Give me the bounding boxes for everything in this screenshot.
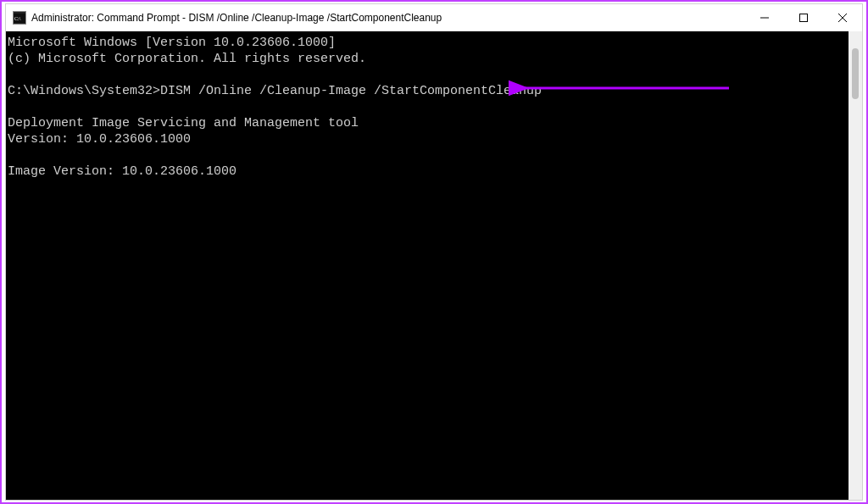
terminal-container: Microsoft Windows [Version 10.0.23606.10…: [6, 31, 862, 500]
terminal-line: Version: 10.0.23606.1000: [8, 131, 847, 147]
minimize-icon: [760, 14, 769, 22]
terminal-output[interactable]: Microsoft Windows [Version 10.0.23606.10…: [6, 31, 849, 500]
close-icon: [838, 14, 847, 22]
svg-text:C:\: C:\: [14, 16, 21, 21]
terminal-line: [8, 99, 847, 115]
terminal-line: [8, 180, 847, 196]
terminal-line: [8, 147, 847, 163]
window-controls: [745, 4, 862, 31]
terminal-line: Image Version: 10.0.23606.1000: [8, 163, 847, 180]
window-title: Administrator: Command Prompt - DISM /On…: [31, 12, 442, 24]
maximize-button[interactable]: [784, 4, 823, 31]
window-titlebar[interactable]: C:\ Administrator: Command Prompt - DISM…: [6, 4, 862, 31]
minimize-button[interactable]: [745, 4, 784, 31]
scrollbar-thumb[interactable]: [852, 48, 859, 99]
terminal-line: Deployment Image Servicing and Managemen…: [8, 115, 847, 131]
app-icon: C:\: [13, 11, 26, 25]
command-prompt-window: C:\ Administrator: Command Prompt - DISM…: [5, 3, 863, 501]
maximize-icon: [799, 14, 808, 22]
terminal-line: C:\Windows\System32>DISM /Online /Cleanu…: [8, 83, 847, 99]
scrollbar-track[interactable]: [849, 31, 862, 500]
terminal-line: [8, 67, 847, 83]
close-button[interactable]: [823, 4, 862, 31]
terminal-line: Microsoft Windows [Version 10.0.23606.10…: [8, 35, 847, 51]
svg-rect-3: [800, 14, 808, 22]
terminal-line: (c) Microsoft Corporation. All rights re…: [8, 51, 847, 67]
